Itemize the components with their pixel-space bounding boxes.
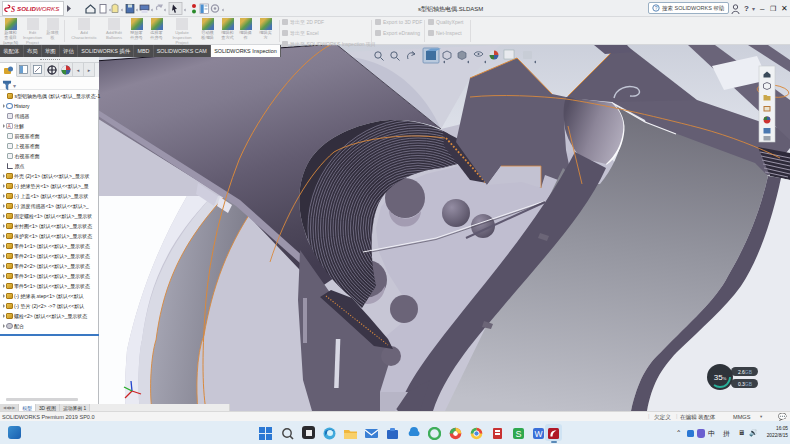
svg-text:W: W: [535, 429, 543, 439]
svg-text:2.6GB: 2.6GB: [738, 369, 753, 375]
svg-text:S: S: [11, 5, 15, 14]
svg-text:0.3GB: 0.3GB: [738, 381, 753, 387]
svg-text:▾: ▾: [13, 83, 16, 89]
svg-text:?: ?: [655, 5, 658, 11]
svg-text:SOLIDWORKS: SOLIDWORKS: [17, 5, 60, 12]
svg-text:S: S: [516, 429, 522, 439]
